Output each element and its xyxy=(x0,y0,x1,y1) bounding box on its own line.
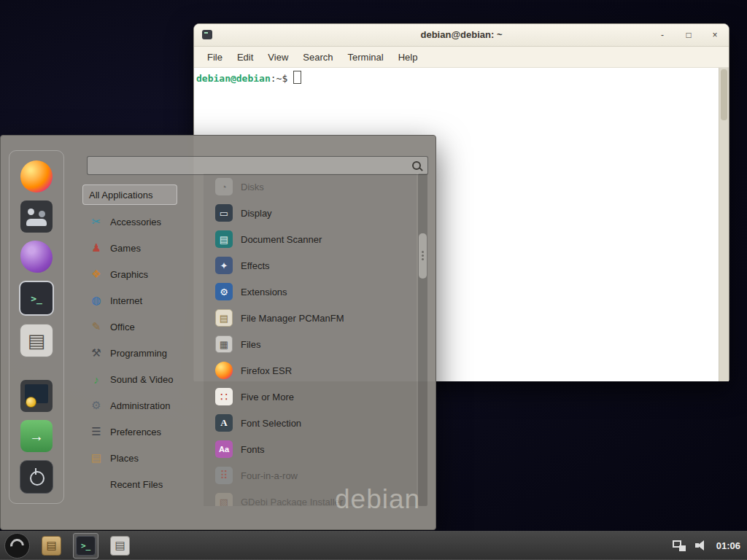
users-icon[interactable] xyxy=(20,201,53,233)
bottom-panel: ▤ >_ ▤ 01:06 xyxy=(0,531,747,560)
terminal-scrollbar[interactable] xyxy=(719,68,729,381)
files-launcher[interactable]: ▤ xyxy=(110,536,130,556)
network-icon[interactable] xyxy=(673,540,686,551)
terminal-icon[interactable]: >_ xyxy=(19,281,54,316)
screensaver-icon[interactable] xyxy=(20,380,53,412)
power-icon[interactable] xyxy=(20,460,53,494)
app-display[interactable]: ▭ Display xyxy=(204,200,417,226)
search-icon xyxy=(412,161,421,170)
app-files[interactable]: ▦ Files xyxy=(204,331,417,357)
category-internet[interactable]: ◍ Internet xyxy=(82,287,201,314)
app-file-manager-pcmanfm[interactable]: ▤ File Manager PCManFM xyxy=(204,305,417,331)
menu-search[interactable]: Search xyxy=(295,52,340,63)
accessories-icon: ✂ xyxy=(88,215,104,228)
app-fonts[interactable]: Aa Fonts xyxy=(204,436,417,462)
internet-icon: ◍ xyxy=(88,294,104,307)
terminal-window-title: debian@debian: ~ xyxy=(194,29,729,40)
desktop: debian@debian: ~ - □ × File Edit View Se… xyxy=(0,0,747,560)
maximize-button[interactable]: □ xyxy=(684,30,694,40)
category-games[interactable]: ♟ Games xyxy=(82,235,201,261)
terminal-cursor xyxy=(293,71,301,84)
font-selection-icon: A xyxy=(215,414,233,432)
terminal-launcher-icon[interactable]: >_ xyxy=(76,536,96,556)
category-all-applications[interactable]: All Applications xyxy=(82,184,177,205)
close-button[interactable]: × xyxy=(710,30,720,40)
applications-scrollbar[interactable] xyxy=(418,174,427,506)
search-box xyxy=(87,156,428,175)
category-graphics[interactable]: ❖ Graphics xyxy=(82,261,201,287)
five-or-more-icon: ∷ xyxy=(215,388,233,405)
disks-icon: ◔ xyxy=(215,178,233,195)
office-icon: ✎ xyxy=(88,320,104,333)
volume-icon[interactable] xyxy=(695,540,707,551)
app-font-selection[interactable]: A Font Selection xyxy=(204,410,417,436)
category-administration[interactable]: ⚙ Administration xyxy=(82,392,201,419)
places-icon: ▤ xyxy=(88,451,104,464)
applications-list: ◔ Disks ▭ Display ▤ Document Scanner ✦ E… xyxy=(204,174,417,506)
category-recent-files[interactable]: Recent Files xyxy=(82,471,201,497)
app-gdebi-package-installer[interactable]: ▧ GDebi Package Installer xyxy=(204,489,417,506)
category-office[interactable]: ✎ Office xyxy=(82,314,201,340)
firefox-esr-icon xyxy=(215,362,233,379)
graphics-icon: ❖ xyxy=(88,268,104,281)
terminal-titlebar[interactable]: debian@debian: ~ - □ × xyxy=(194,24,729,47)
category-sound-video[interactable]: ♪ Sound & Video xyxy=(82,366,201,392)
menu-file[interactable]: File xyxy=(200,52,230,63)
pidgin-messenger-icon[interactable] xyxy=(20,241,53,273)
category-places[interactable]: ▤ Places xyxy=(82,445,201,471)
applications-scrollbar-thumb[interactable] xyxy=(419,233,427,279)
file-manager-launcher[interactable]: ▤ xyxy=(42,536,61,556)
display-icon: ▭ xyxy=(215,204,233,222)
document-scanner-icon: ▤ xyxy=(215,230,233,248)
logout-icon[interactable]: → xyxy=(20,420,53,452)
favorites-column: >_ ▤ → xyxy=(9,150,64,504)
fonts-icon: Aa xyxy=(215,440,233,458)
administration-icon: ⚙ xyxy=(88,399,104,412)
prompt-user-host: debian@debian xyxy=(196,73,271,84)
category-preferences[interactable]: ☰ Preferences xyxy=(82,419,201,445)
extensions-icon: ⚙ xyxy=(215,283,233,300)
prompt-suffix: :~$ xyxy=(271,73,287,84)
firefox-icon[interactable] xyxy=(20,160,53,192)
terminal-taskbar-item[interactable]: >_ xyxy=(73,533,98,559)
programming-icon: ⚒ xyxy=(88,346,104,359)
preferences-icon: ☰ xyxy=(88,425,104,438)
gdebi-icon: ▧ xyxy=(215,493,233,506)
file-cabinet-icon[interactable]: ▤ xyxy=(20,324,53,357)
app-effects[interactable]: ✦ Effects xyxy=(204,252,417,279)
menu-help[interactable]: Help xyxy=(391,52,425,63)
four-in-a-row-icon: ⠿ xyxy=(215,467,233,484)
minimize-button[interactable]: - xyxy=(657,30,667,40)
menu-terminal[interactable]: Terminal xyxy=(341,52,391,63)
effects-icon: ✦ xyxy=(215,257,233,274)
category-programming[interactable]: ⚒ Programming xyxy=(82,340,201,366)
app-disks[interactable]: ◔ Disks xyxy=(204,174,417,200)
menu-button[interactable] xyxy=(4,533,30,559)
app-document-scanner[interactable]: ▤ Document Scanner xyxy=(204,226,417,252)
menu-view[interactable]: View xyxy=(260,52,295,63)
app-firefox-esr[interactable]: Firefox ESR xyxy=(204,357,417,384)
window-controls: - □ × xyxy=(657,24,720,46)
terminal-scrollbar-thumb[interactable] xyxy=(721,69,727,120)
files-icon: ▦ xyxy=(215,335,233,353)
menu-edit[interactable]: Edit xyxy=(230,52,260,63)
pcmanfm-icon: ▤ xyxy=(215,309,233,327)
sound-video-icon: ♪ xyxy=(88,373,104,386)
application-menu: >_ ▤ → All Applications ✂ Accessories ♟ … xyxy=(0,135,436,530)
category-accessories[interactable]: ✂ Accessories xyxy=(82,209,201,235)
app-extensions[interactable]: ⚙ Extensions xyxy=(204,279,417,305)
terminal-menubar: File Edit View Search Terminal Help xyxy=(194,47,729,68)
app-four-in-a-row[interactable]: ⠿ Four-in-a-row xyxy=(204,462,417,489)
clock[interactable]: 01:06 xyxy=(716,540,740,551)
search-input[interactable] xyxy=(88,157,427,174)
system-tray: 01:06 xyxy=(673,540,747,551)
games-icon: ♟ xyxy=(88,241,104,254)
app-five-or-more[interactable]: ∷ Five or More xyxy=(204,384,417,410)
categories-list: All Applications ✂ Accessories ♟ Games ❖… xyxy=(82,181,201,497)
